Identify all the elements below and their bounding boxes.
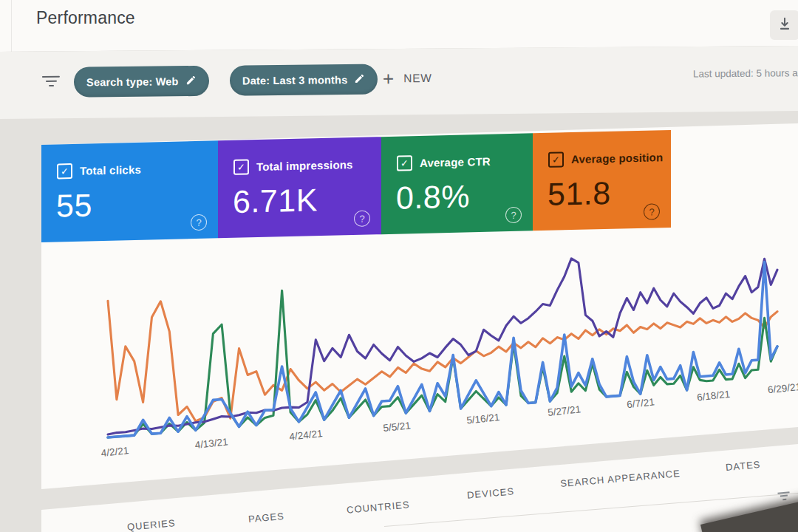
tab-countries[interactable]: COUNTRIES xyxy=(347,499,411,515)
metric-label: Average CTR xyxy=(420,155,491,169)
help-icon[interactable] xyxy=(354,211,370,228)
metric-card-average-position[interactable]: Average position 51.8 xyxy=(533,130,671,231)
checked-checkbox-icon[interactable] xyxy=(397,155,412,171)
filter-chip-label: Search type: Web xyxy=(86,75,179,88)
plus-icon: + xyxy=(383,67,394,89)
help-icon[interactable] xyxy=(505,207,522,224)
pencil-icon[interactable] xyxy=(354,72,365,86)
help-icon[interactable] xyxy=(644,203,660,220)
metric-label: Average position xyxy=(571,151,663,166)
metric-cards-row: Total clicks 55 Total impressions 6.71K … xyxy=(41,130,671,242)
filter-row: Search type: Web Date: Last 3 months + N… xyxy=(0,0,798,126)
tab-dates[interactable]: DATES xyxy=(725,459,761,473)
metric-label: Total clicks xyxy=(80,163,141,177)
metric-card-total-impressions[interactable]: Total impressions 6.71K xyxy=(218,137,381,238)
table-filter-icon[interactable] xyxy=(777,491,791,502)
help-icon[interactable] xyxy=(191,214,207,231)
tab-search-appearance[interactable]: SEARCH APPEARANCE xyxy=(560,468,681,489)
metric-label: Total impressions xyxy=(256,158,353,173)
pencil-icon[interactable] xyxy=(185,75,197,88)
tab-queries[interactable]: QUERIES xyxy=(126,517,176,532)
filter-chip-search-type[interactable]: Search type: Web xyxy=(74,66,209,98)
search-console-performance-page: Performance Search type: Web Date: Last … xyxy=(0,0,798,532)
new-filter-button[interactable]: + NEW xyxy=(383,67,432,90)
tab-devices[interactable]: DEVICES xyxy=(466,485,514,501)
checked-checkbox-icon[interactable] xyxy=(57,163,72,179)
tab-pages[interactable]: PAGES xyxy=(248,511,284,525)
metric-card-total-clicks[interactable]: Total clicks 55 xyxy=(41,140,218,242)
filter-chip-label: Date: Last 3 months xyxy=(242,74,348,86)
filter-list-icon[interactable] xyxy=(41,76,61,89)
filter-chip-date[interactable]: Date: Last 3 months xyxy=(230,64,378,96)
new-button-label: NEW xyxy=(403,72,432,85)
checked-checkbox-icon[interactable] xyxy=(233,159,249,174)
checked-checkbox-icon[interactable] xyxy=(548,151,564,167)
metric-card-average-ctr[interactable]: Average CTR 0.8% xyxy=(381,133,533,234)
last-updated-text: Last updated: 5 hours ago xyxy=(693,66,798,79)
